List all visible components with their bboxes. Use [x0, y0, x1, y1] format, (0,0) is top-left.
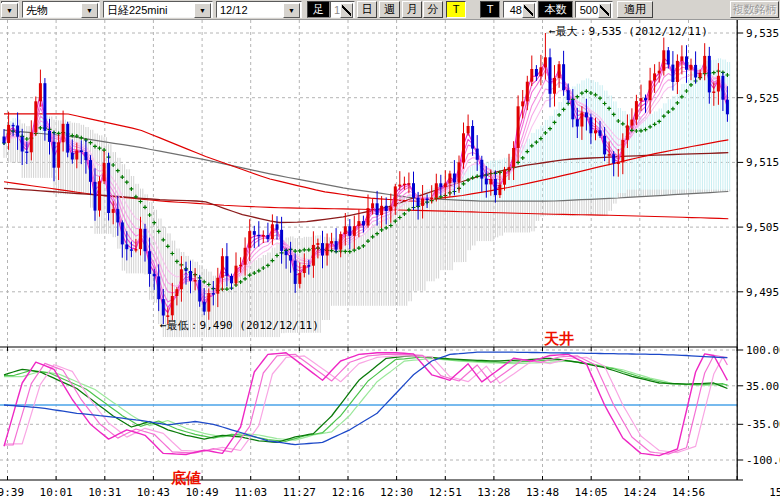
ashi-value-spinner[interactable]: 1	[330, 1, 355, 18]
time-axis-label: 11:03	[234, 486, 267, 499]
date-select-value: 12/12	[220, 3, 248, 18]
ashi-button[interactable]: 足	[307, 1, 330, 18]
multi-symbol-button[interactable]: 複数銘柄	[730, 1, 779, 18]
time-axis-label: 13:48	[526, 486, 559, 499]
time-axis-label: 15:10	[769, 486, 780, 499]
osc-axis-label: 35.00	[746, 380, 779, 393]
price-chart-svg: 9,5359,5259,5159,5059,495100.0035.00-35.…	[0, 0, 780, 500]
osc-axis-label: 100.00	[746, 344, 780, 357]
max-price-annotation: ←最大：9,535 (2012/12/11)	[549, 24, 708, 39]
minute-button[interactable]: 分	[423, 1, 443, 18]
time-axis-label: 10:01	[40, 486, 73, 499]
week-button[interactable]: 週	[379, 1, 400, 18]
chevron-down-icon[interactable]: ▼	[1, 3, 18, 18]
month-button[interactable]: 月	[402, 1, 422, 18]
edit-icon[interactable]	[598, 3, 611, 18]
time-axis-label: 10:43	[137, 486, 170, 499]
bottom-label: 底値	[171, 469, 201, 488]
time-axis-label: 11:27	[283, 486, 316, 499]
price-axis-label: 9,525	[746, 92, 779, 105]
chart-area: 9,5359,5259,5159,5059,495100.0035.00-35.…	[0, 0, 780, 500]
scale-combo[interactable]: ▼	[1, 1, 19, 18]
symbol-select[interactable]: 日経225mini ▼	[103, 1, 213, 18]
market-select[interactable]: 先物 ▼	[22, 1, 100, 18]
toolbar: ▼ 先物 ▼ 日経225mini ▼ 12/12 ▼ 足 1 日 週 月 分 T…	[0, 0, 780, 20]
tick-toggle-button[interactable]: T	[446, 1, 466, 18]
price-axis-label: 9,535	[746, 27, 779, 40]
time-axis-label: 10:31	[88, 486, 121, 499]
tick-mode-button[interactable]: T	[480, 1, 500, 18]
date-select[interactable]: 12/12 ▼	[216, 1, 302, 18]
time-axis-label: 14:24	[623, 486, 656, 499]
price-axis-label: 9,495	[746, 286, 779, 299]
chevron-down-icon[interactable]: ▼	[283, 3, 300, 18]
ceiling-label: 天井	[544, 330, 574, 349]
time-axis-label: 09:39	[0, 486, 24, 499]
min-price-annotation: ←最低：9,490 (2012/12/11)	[160, 318, 319, 333]
bars-mode-button[interactable]: 本数	[538, 1, 573, 18]
apply-button[interactable]: 適用	[617, 1, 653, 18]
time-axis-label: 12:30	[380, 486, 413, 499]
price-axis-label: 9,505	[746, 221, 779, 234]
market-select-value: 先物	[26, 3, 48, 18]
chevron-down-icon[interactable]: ▼	[81, 3, 98, 18]
symbol-select-value: 日経225mini	[107, 3, 168, 18]
tick-value: 48	[510, 3, 522, 18]
time-axis-label: 12:51	[429, 486, 462, 499]
bars-value-spinner[interactable]: 500	[575, 1, 613, 18]
tick-value-spinner[interactable]: 48	[503, 1, 537, 18]
edit-icon[interactable]	[522, 3, 535, 18]
time-axis-label: 14:56	[672, 486, 705, 499]
time-axis-label: 12:16	[331, 486, 364, 499]
time-axis-label: 13:28	[477, 486, 510, 499]
edit-icon[interactable]	[340, 3, 353, 18]
day-button[interactable]: 日	[357, 1, 377, 18]
bars-value: 500	[580, 3, 598, 18]
price-axis-label: 9,515	[746, 156, 779, 169]
osc-axis-label: -35.00	[746, 418, 780, 431]
time-axis-label: 14:05	[575, 486, 608, 499]
osc-axis-label: -100.00	[746, 454, 780, 467]
chevron-down-icon[interactable]: ▼	[194, 3, 211, 18]
